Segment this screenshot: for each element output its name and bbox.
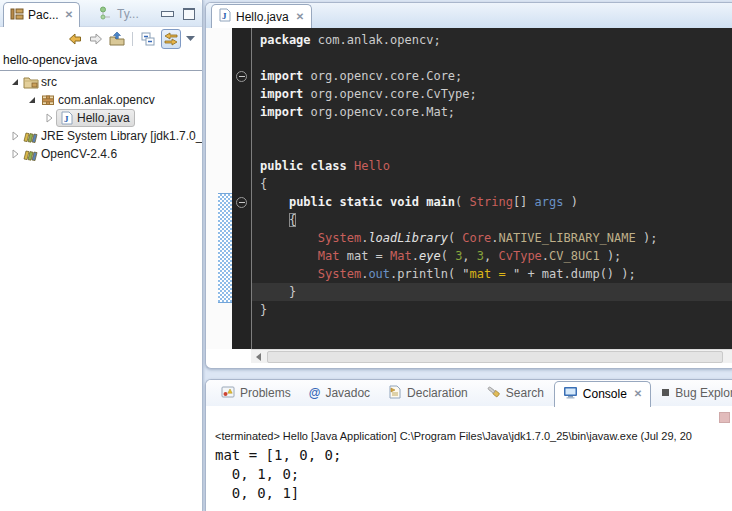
code-token: mat = <box>339 249 390 263</box>
tab-declaration[interactable]: Declaration <box>380 380 476 406</box>
scrollbar-thumb[interactable] <box>267 351 723 363</box>
tab-problems[interactable]: Problems <box>213 380 299 406</box>
code-token: ( <box>448 231 462 245</box>
package-explorer-tree: src com.anlak.opencv J H <box>0 71 202 163</box>
code-line[interactable]: } <box>252 301 732 319</box>
code-token <box>260 249 318 263</box>
code-token: com.anlak.opencv; <box>311 33 441 47</box>
close-icon[interactable]: ✕ <box>634 389 642 399</box>
tree-item-package[interactable]: com.anlak.opencv <box>0 91 202 109</box>
collapsed-arrow-icon[interactable] <box>8 130 22 142</box>
vertical-ruler <box>206 28 232 349</box>
tab-search[interactable]: Search <box>478 380 552 406</box>
tree-item-label: src <box>41 75 57 89</box>
code-token: eye <box>419 249 441 263</box>
code-line[interactable]: package com.anlak.opencv; <box>252 31 732 49</box>
code-token: . <box>542 249 549 263</box>
working-set-header: hello-opencv-java <box>0 50 202 71</box>
maximize-icon[interactable] <box>183 8 195 20</box>
tab-hello-java[interactable]: J Hello.java ✕ <box>211 4 312 28</box>
code-token: org.opencv.core.Core; <box>303 69 462 83</box>
search-icon <box>486 385 501 402</box>
editor-tab-row: J Hello.java ✕ <box>206 3 732 29</box>
code-token: import <box>260 69 303 83</box>
tab-label: Pac... <box>28 8 59 22</box>
collapsed-arrow-icon[interactable] <box>8 148 22 160</box>
code-token: CV_8UC1 <box>549 249 600 263</box>
svg-text:J: J <box>222 11 227 21</box>
code-line[interactable] <box>252 49 732 67</box>
javadoc-icon: @ <box>309 386 321 400</box>
go-into-icon[interactable] <box>109 31 125 47</box>
tab-package-explorer[interactable]: Pac... ✕ <box>3 2 80 27</box>
scroll-left-arrow-icon[interactable] <box>256 353 261 361</box>
tab-console[interactable]: Console ✕ <box>554 381 651 407</box>
console-icon <box>563 386 578 402</box>
code-line[interactable]: import org.opencv.core.CvType; <box>252 85 732 103</box>
code-token: } <box>260 303 267 317</box>
code-line[interactable] <box>252 139 732 157</box>
fold-collapse-icon[interactable] <box>236 71 247 82</box>
collapse-all-icon[interactable] <box>140 31 156 47</box>
method-range-indicator <box>218 193 232 303</box>
terminate-icon[interactable] <box>719 412 730 423</box>
tree-item-label: Hello.java <box>77 111 130 125</box>
code-token: Hello <box>354 159 390 173</box>
code-token: public static void main <box>289 195 455 209</box>
code-line[interactable]: { <box>252 211 732 229</box>
collapsed-arrow-icon[interactable] <box>42 112 56 124</box>
code-token: Mat <box>390 249 412 263</box>
link-with-editor-icon[interactable] <box>161 29 181 49</box>
code-line[interactable]: Mat mat = Mat.eye( 3, 3, CvType.CV_8UC1 … <box>252 247 732 265</box>
tree-item-jre-library[interactable]: JRE System Library [jdk1.7.0_25] <box>0 127 202 145</box>
code-token: " <box>462 267 469 281</box>
expanded-arrow-icon[interactable] <box>8 76 22 88</box>
code-token: Mat <box>318 249 340 263</box>
code-token: Core <box>462 231 491 245</box>
tab-label: Declaration <box>407 386 468 400</box>
code-line[interactable] <box>252 121 732 139</box>
close-icon[interactable]: ✕ <box>65 10 73 20</box>
code-token: ( <box>448 267 462 281</box>
code-token: args <box>535 195 564 209</box>
fold-collapse-icon[interactable] <box>236 197 247 208</box>
console-output[interactable]: mat = [1, 0, 0; 0, 1, 0; 0, 0, 1] <box>215 446 732 503</box>
tab-label: Javadoc <box>325 386 370 400</box>
tab-label: Hello.java <box>236 10 289 24</box>
code-line[interactable]: } <box>252 283 732 301</box>
tree-item-opencv-library[interactable]: OpenCV-2.4.6 <box>0 145 202 163</box>
code-token: 3 <box>477 249 484 263</box>
view-menu-icon[interactable] <box>186 36 195 42</box>
code-line[interactable]: import org.opencv.core.Mat; <box>252 103 732 121</box>
code-token: ( <box>455 195 469 209</box>
close-icon[interactable]: ✕ <box>296 12 304 22</box>
code-line[interactable]: public static void main( String[] args ) <box>252 193 732 211</box>
code-line[interactable]: import org.opencv.core.Core; <box>252 67 732 85</box>
bottom-tab-row: Problems @ Javadoc Declaration Search <box>206 380 732 406</box>
code-token: NATIVE_LIBRARY_NAME <box>498 231 635 245</box>
code-line[interactable]: public class Hello <box>252 157 732 175</box>
code-token: org.opencv.core.Mat; <box>303 105 455 119</box>
tab-label: Search <box>506 386 544 400</box>
code-token <box>260 231 318 245</box>
tab-javadoc[interactable]: @ Javadoc <box>301 380 378 406</box>
bug-explorer-icon <box>661 386 670 400</box>
tab-type-hierarchy[interactable]: Ty... <box>93 2 145 26</box>
expanded-arrow-icon[interactable] <box>25 94 39 106</box>
code-line[interactable]: { <box>252 175 732 193</box>
tab-label: Ty... <box>117 7 139 21</box>
tab-label: Problems <box>240 386 291 400</box>
minimize-icon[interactable] <box>161 11 174 17</box>
code-line[interactable]: System.out.println( "mat = " + mat.dump(… <box>252 265 732 283</box>
horizontal-scrollbar[interactable] <box>251 349 732 363</box>
editor-area: J Hello.java ✕ package com.anlak.opencv;… <box>205 2 732 369</box>
forward-icon[interactable] <box>88 31 104 47</box>
tab-bug-explorer[interactable]: Bug Explorer <box>653 380 732 406</box>
code-text-area[interactable]: package com.anlak.opencv;import org.open… <box>251 28 732 349</box>
console-status-line: <terminated> Hello [Java Application] C:… <box>206 406 732 442</box>
back-icon[interactable] <box>67 31 83 47</box>
code-line[interactable]: System.loadLibrary( Core.NATIVE_LIBRARY_… <box>252 229 732 247</box>
code-token: mat = <box>470 267 513 281</box>
tree-item-hello-java[interactable]: J Hello.java <box>0 109 202 127</box>
tree-item-src[interactable]: src <box>0 73 202 91</box>
